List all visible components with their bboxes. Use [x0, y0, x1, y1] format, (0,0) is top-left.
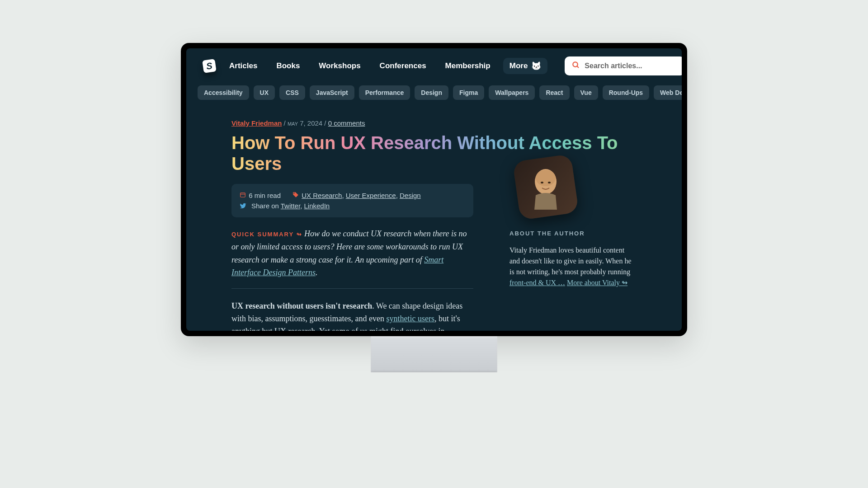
nav-conferences[interactable]: Conferences	[380, 61, 426, 70]
nav-articles[interactable]: Articles	[229, 61, 257, 70]
tag-ux[interactable]: UX	[254, 85, 275, 100]
synthetic-users-link[interactable]: synthetic users	[386, 314, 434, 323]
tag-webdesign[interactable]: Web Design	[654, 85, 682, 100]
svg-point-8	[541, 182, 543, 183]
monitor-stand	[371, 336, 497, 372]
frontend-ux-link[interactable]: front-end & UX …	[509, 279, 565, 286]
about-author-label: ABOUT THE AUTHOR	[509, 230, 636, 237]
nav-membership[interactable]: Membership	[445, 61, 491, 70]
tag-css[interactable]: CSS	[279, 85, 305, 100]
svg-rect-4	[241, 193, 245, 197]
author-avatar	[513, 154, 579, 221]
tag-roundups[interactable]: Round-Ups	[603, 85, 649, 100]
tag-performance[interactable]: Performance	[359, 85, 410, 100]
article-meta: Vitaly Friedman / may 7, 2024 / 0 commen…	[231, 119, 473, 127]
search-icon	[572, 61, 580, 71]
svg-point-2	[573, 62, 578, 67]
svg-line-3	[577, 66, 579, 68]
meta-row-2: Share on Twitter, LinkedIn	[240, 201, 465, 211]
search-box[interactable]	[565, 56, 682, 75]
twitter-icon	[240, 202, 247, 209]
screen: S Articles Books Workshops Conferences M…	[186, 48, 682, 331]
tag-design[interactable]: Design	[415, 85, 448, 100]
cat-icon: 🐱	[531, 62, 541, 70]
summary-label: QUICK SUMMARY ↬	[231, 231, 302, 238]
avatar-face-icon	[523, 164, 568, 210]
share-linkedin[interactable]: LinkedIn	[304, 202, 330, 210]
more-about-link[interactable]: More about Vitaly ↬	[567, 279, 627, 286]
svg-point-7	[536, 170, 556, 186]
category-link-3[interactable]: Design	[400, 192, 421, 199]
tag-wallpapers[interactable]: Wallpapers	[489, 85, 535, 100]
quick-summary: QUICK SUMMARY ↬ How do we conduct UX res…	[231, 227, 473, 279]
nav-workshops[interactable]: Workshops	[319, 61, 360, 70]
calendar-icon	[240, 192, 247, 198]
body-paragraph-1: UX research without users isn't research…	[231, 300, 473, 331]
main-column: Vitaly Friedman / may 7, 2024 / 0 commen…	[231, 119, 473, 331]
monitor-frame: S Articles Books Workshops Conferences M…	[181, 43, 687, 336]
logo[interactable]: S	[202, 59, 217, 73]
meta-row-1: 6 min read UX Research, User Experience,…	[240, 190, 465, 201]
header: S Articles Books Workshops Conferences M…	[186, 48, 682, 81]
comments-link[interactable]: 0 comments	[328, 119, 365, 127]
tag-figma[interactable]: Figma	[453, 85, 484, 100]
main-nav: Articles Books Workshops Conferences Mem…	[229, 61, 491, 70]
content: Vitaly Friedman / may 7, 2024 / 0 commen…	[186, 103, 682, 331]
smashing-logo-icon: S	[202, 59, 217, 73]
search-input[interactable]	[585, 62, 679, 70]
category-link-1[interactable]: UX Research	[302, 192, 342, 199]
more-label: More	[509, 61, 528, 70]
publish-date: may 7, 2024	[288, 119, 322, 127]
read-time: 6 min read	[249, 192, 281, 199]
tag-icon	[292, 192, 300, 198]
tag-filter-row: Accessibility UX CSS JavaScript Performa…	[186, 81, 682, 103]
tag-react[interactable]: React	[539, 85, 569, 100]
tag-vue[interactable]: Vue	[574, 85, 598, 100]
category-link-2[interactable]: User Experience	[346, 192, 396, 199]
sidebar: ABOUT THE AUTHOR Vitaly Friedman loves b…	[509, 119, 636, 331]
tag-javascript[interactable]: JavaScript	[310, 85, 354, 100]
more-button[interactable]: More 🐱	[503, 58, 548, 74]
about-author-text: Vitaly Friedman loves beautiful content …	[509, 245, 636, 288]
share-prefix: Share on	[251, 202, 281, 210]
share-twitter[interactable]: Twitter	[281, 202, 300, 210]
divider	[231, 288, 473, 289]
nav-books[interactable]: Books	[276, 61, 300, 70]
tag-accessibility[interactable]: Accessibility	[198, 85, 249, 100]
svg-point-9	[548, 182, 551, 183]
author-link[interactable]: Vitaly Friedman	[231, 119, 282, 127]
meta-box: 6 min read UX Research, User Experience,…	[231, 184, 473, 217]
